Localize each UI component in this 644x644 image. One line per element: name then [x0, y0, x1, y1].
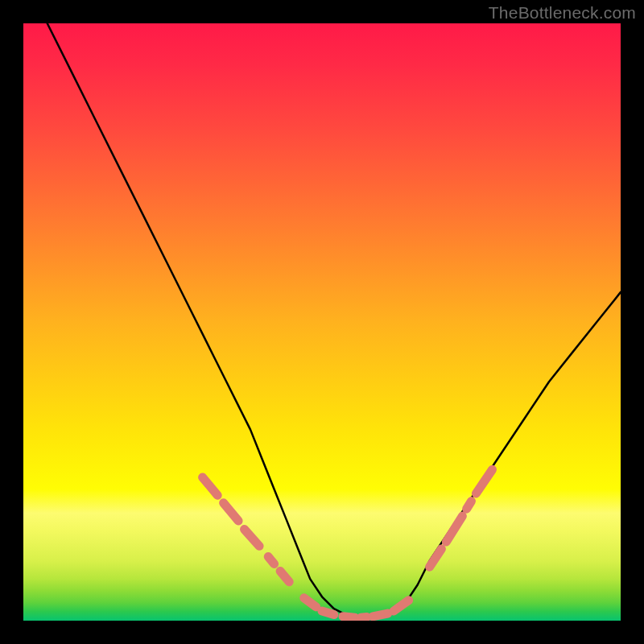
- watermark-text: TheBottleneck.com: [489, 3, 636, 23]
- chart-stage: TheBottleneck.com: [0, 0, 644, 644]
- gradient-background: [23, 23, 621, 621]
